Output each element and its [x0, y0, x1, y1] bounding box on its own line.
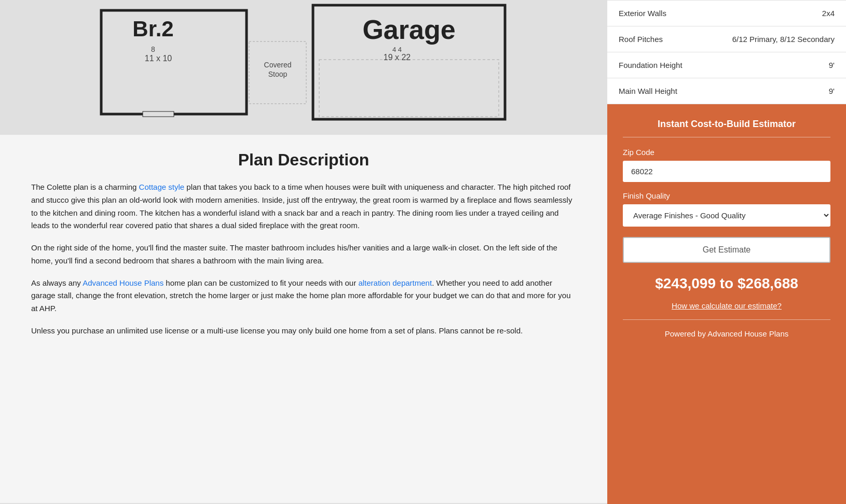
- estimator-title: Instant Cost-to-Build Estimator: [623, 119, 830, 130]
- cottage-style-link[interactable]: Cottage style: [139, 183, 185, 191]
- estimator-panel: Instant Cost-to-Build Estimator Zip Code…: [607, 104, 846, 504]
- right-panel: Exterior Walls 2x4 Roof Pitches 6/12 Pri…: [607, 0, 846, 504]
- floor-plan-svg: Br.2 8 11 x 10 Covered Stoop Garage 4 4 …: [91, 0, 516, 130]
- svg-text:4          4: 4 4: [392, 46, 402, 53]
- how-calculate-link[interactable]: How we calculate our estimate?: [623, 301, 830, 310]
- main-wall-height-label: Main Wall Height: [607, 78, 705, 104]
- svg-text:Br.2: Br.2: [132, 17, 173, 41]
- plan-description-title: Plan Description: [31, 150, 576, 170]
- get-estimate-button[interactable]: Get Estimate: [623, 237, 830, 263]
- foundation-height-label: Foundation Height: [607, 52, 705, 78]
- alteration-dept-link[interactable]: alteration department: [358, 278, 432, 287]
- exterior-walls-label: Exterior Walls: [607, 1, 705, 26]
- svg-rect-8: [319, 60, 499, 117]
- svg-text:19 x 22: 19 x 22: [384, 53, 411, 62]
- zip-code-input[interactable]: [623, 161, 830, 182]
- specs-row-main-wall-height: Main Wall Height 9': [607, 78, 846, 104]
- svg-rect-0: [101, 10, 247, 114]
- estimator-divider-top: [623, 137, 830, 137]
- description-para-1: The Colette plan is a charming Cottage s…: [31, 181, 576, 232]
- exterior-walls-value: 2x4: [705, 1, 846, 26]
- roof-pitches-label: Roof Pitches: [607, 26, 705, 52]
- description-para-2: On the right side of the home, you'll fi…: [31, 242, 576, 268]
- powered-by: Powered by Advanced House Plans: [623, 329, 830, 338]
- specs-row-roof-pitches: Roof Pitches 6/12 Primary, 8/12 Secondar…: [607, 26, 846, 52]
- svg-text:Garage: Garage: [362, 15, 455, 45]
- main-wall-height-value: 9': [705, 78, 846, 104]
- floor-plan-area: Br.2 8 11 x 10 Covered Stoop Garage 4 4 …: [0, 0, 607, 135]
- roof-pitches-value: 6/12 Primary, 8/12 Secondary: [705, 26, 846, 52]
- finish-quality-label: Finish Quality: [623, 191, 830, 200]
- finish-quality-select[interactable]: Economy Finishes - Builder Quality Avera…: [623, 204, 830, 227]
- ahp-link[interactable]: Advanced House Plans: [83, 278, 163, 287]
- specs-table: Exterior Walls 2x4 Roof Pitches 6/12 Pri…: [607, 0, 846, 104]
- description-para-3: As always any Advanced House Plans home …: [31, 277, 576, 315]
- zip-code-label: Zip Code: [623, 148, 830, 157]
- svg-text:Stoop: Stoop: [268, 70, 288, 78]
- description-para-4: Unless you purchase an unlimited use lic…: [31, 325, 576, 338]
- specs-row-exterior-walls: Exterior Walls 2x4: [607, 1, 846, 26]
- svg-rect-12: [143, 111, 174, 117]
- foundation-height-value: 9': [705, 52, 846, 78]
- estimator-divider-bottom: [623, 319, 830, 320]
- svg-text:Covered: Covered: [264, 61, 292, 69]
- svg-text:8: 8: [151, 45, 155, 53]
- price-range: $243,099 to $268,688: [623, 275, 830, 292]
- specs-row-foundation-height: Foundation Height 9': [607, 52, 846, 78]
- description-area: Plan Description The Colette plan is a c…: [0, 135, 607, 503]
- svg-text:11 x 10: 11 x 10: [145, 54, 172, 63]
- left-panel: Br.2 8 11 x 10 Covered Stoop Garage 4 4 …: [0, 0, 607, 504]
